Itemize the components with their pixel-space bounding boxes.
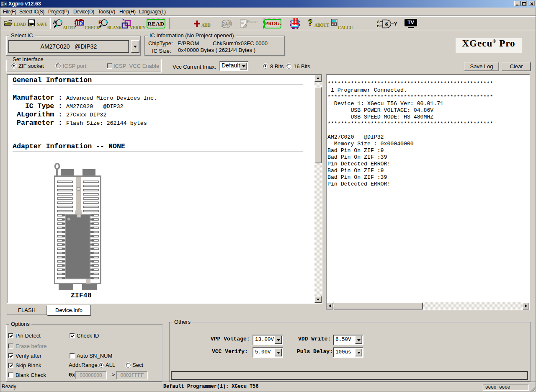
svg-text:B: B — [377, 24, 380, 28]
svg-text:&: & — [385, 21, 389, 27]
svg-text:Erase: Erase — [246, 19, 258, 24]
svg-text:ID: ID — [77, 20, 83, 27]
svg-text:RAM: RAM — [222, 21, 232, 26]
svg-text:A: A — [377, 20, 380, 24]
svg-text:Y: Y — [394, 21, 397, 26]
